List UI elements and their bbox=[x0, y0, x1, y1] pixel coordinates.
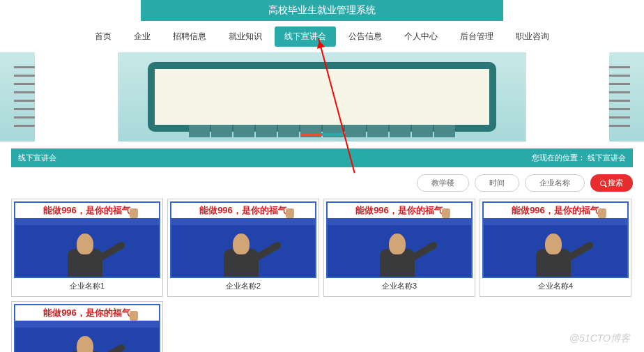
breadcrumb-current[interactable]: 线下宣讲会 bbox=[588, 153, 626, 162]
nav-admin[interactable]: 后台管理 bbox=[450, 26, 503, 47]
nav-knowledge[interactable]: 就业知识 bbox=[219, 26, 272, 47]
card-image: 能做996，是你的福气 bbox=[14, 304, 160, 352]
list-item[interactable]: 能做996，是你的福气 企业名称4 bbox=[480, 199, 631, 297]
card-title: 企业名称2 bbox=[170, 278, 316, 294]
nav-home[interactable]: 首页 bbox=[85, 26, 121, 47]
card-image: 能做996，是你的福气 bbox=[170, 201, 316, 278]
nav-notice[interactable]: 公告信息 bbox=[339, 26, 392, 47]
decor-page-right bbox=[526, 52, 609, 141]
nav-profile[interactable]: 个人中心 bbox=[394, 26, 447, 47]
breadcrumb: 您现在的位置： 线下宣讲会 bbox=[532, 153, 626, 163]
page-title: 高校毕业生就业管理系统 bbox=[141, 0, 503, 21]
filter-company[interactable]: 企业名称 bbox=[525, 174, 585, 192]
list-item[interactable]: 能做996，是你的福气 企业名称3 bbox=[323, 199, 475, 297]
section-title: 线下宣讲会 bbox=[18, 153, 56, 163]
search-button[interactable]: 搜索 bbox=[590, 174, 633, 192]
search-icon bbox=[600, 181, 606, 186]
card-grid: 能做996，是你的福气 企业名称1 能做996，是你的福气 企业名称2 能做99… bbox=[0, 199, 644, 352]
card-title: 企业名称3 bbox=[326, 278, 473, 294]
card-title: 企业名称1 bbox=[14, 278, 160, 294]
breadcrumb-label: 您现在的位置： bbox=[532, 153, 585, 162]
filter-time[interactable]: 时间 bbox=[475, 174, 519, 192]
banner-carousel[interactable] bbox=[0, 52, 644, 141]
nav-consult[interactable]: 职业咨询 bbox=[506, 26, 559, 47]
search-label: 搜索 bbox=[608, 178, 623, 188]
main-nav: 首页 企业 招聘信息 就业知识 线下宣讲会 公告信息 个人中心 后台管理 职业咨… bbox=[0, 21, 644, 52]
filter-bar: 教学楼 时间 企业名称 搜索 bbox=[0, 167, 644, 199]
list-item[interactable]: 能做996，是你的福气 bbox=[11, 301, 163, 352]
watermark: @51CTO博客 bbox=[569, 332, 630, 345]
card-image: 能做996，是你的福气 bbox=[482, 201, 629, 278]
decor-spiral-right bbox=[609, 66, 630, 128]
carousel-dots[interactable] bbox=[301, 133, 343, 136]
list-item[interactable]: 能做996，是你的福气 企业名称2 bbox=[167, 199, 319, 297]
card-title: 企业名称4 bbox=[482, 278, 629, 294]
nav-recruit[interactable]: 招聘信息 bbox=[163, 26, 216, 47]
decor-monitor bbox=[148, 62, 496, 132]
list-item[interactable]: 能做996，是你的福气 企业名称1 bbox=[11, 199, 163, 297]
nav-lecture[interactable]: 线下宣讲会 bbox=[275, 26, 336, 47]
card-image: 能做996，是你的福气 bbox=[326, 201, 473, 278]
nav-enterprise[interactable]: 企业 bbox=[124, 26, 160, 47]
filter-building[interactable]: 教学楼 bbox=[417, 174, 469, 192]
card-image: 能做996，是你的福气 bbox=[14, 201, 160, 278]
section-header: 线下宣讲会 您现在的位置： 线下宣讲会 bbox=[11, 148, 633, 167]
